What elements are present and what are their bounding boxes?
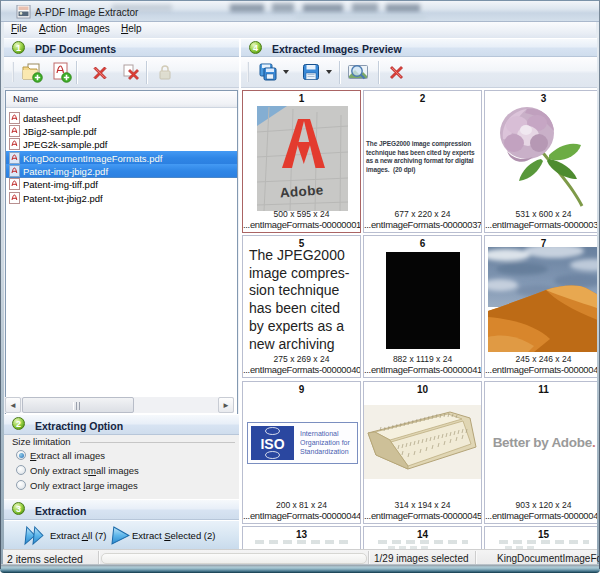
svg-text:Adobe: Adobe [279,182,324,200]
svg-text:ISO: ISO [260,436,284,452]
svg-text:Organization for: Organization for [300,439,350,447]
svg-text:Standardization: Standardization [300,448,349,455]
svg-text:International: International [300,430,339,437]
